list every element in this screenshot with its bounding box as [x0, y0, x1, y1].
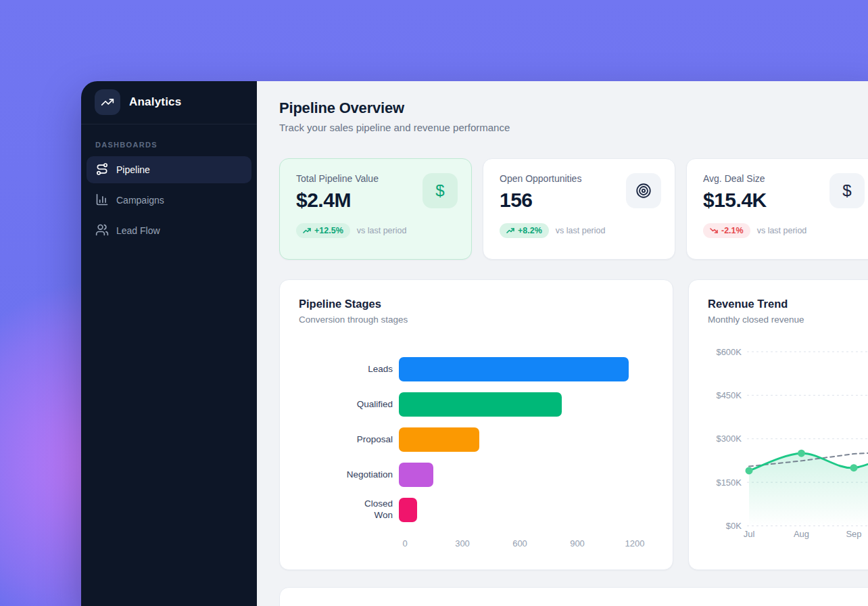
x-axis-tick: 0 [402, 538, 407, 549]
dollar-icon: $ [829, 173, 865, 208]
sidebar-item-label: Campaigns [116, 195, 164, 206]
target-icon [626, 173, 661, 208]
bar-category-label: Closed Won [299, 498, 399, 521]
line-chart: $600K$450K$300K$150K$0KJulAugSep [689, 280, 868, 570]
trending-down-icon [710, 227, 718, 235]
stat-card-open-opportunities: Open Opportunities 156 +8.2% vs last per… [483, 158, 675, 260]
bar-category-label: Qualified [299, 399, 399, 411]
y-axis-tick: $450K [716, 390, 742, 400]
y-axis-tick: $300K [716, 434, 742, 444]
stats-row: Total Pipeline Value $2.4M +12.5% vs las… [279, 158, 868, 260]
data-point-aug[interactable] [798, 450, 805, 457]
bar-row: Leads [299, 352, 654, 387]
chart-subtitle: Conversion through stages [299, 314, 654, 325]
sidebar-item-label: Lead Flow [116, 225, 160, 236]
page-subtitle: Track your sales pipeline and revenue pe… [279, 122, 868, 133]
sidebar-item-campaigns[interactable]: Campaigns [87, 187, 251, 214]
users-icon [95, 223, 109, 239]
pipeline-stages-card: Pipeline Stages Conversion through stage… [279, 279, 673, 570]
bar-negotiation[interactable] [399, 463, 433, 487]
app-title: Analytics [129, 95, 181, 109]
compare-label: vs last period [556, 226, 606, 235]
y-axis-tick: $600K [716, 347, 742, 357]
bar-row: Closed Won [299, 492, 654, 528]
stat-card-total-pipeline-value: Total Pipeline Value $2.4M +12.5% vs las… [279, 158, 472, 260]
bar-proposal[interactable] [399, 427, 479, 452]
chart-title: Pipeline Stages [299, 298, 654, 310]
x-axis-tick: Jul [744, 529, 755, 539]
x-axis-tick: 600 [512, 538, 527, 549]
page-title: Pipeline Overview [279, 99, 868, 117]
bar-category-label: Proposal [299, 434, 399, 446]
bar-row: Qualified [299, 387, 654, 422]
main-content: Pipeline Overview Track your sales pipel… [257, 81, 868, 606]
compare-label: vs last period [757, 226, 807, 235]
x-axis-tick: Aug [794, 529, 809, 539]
bar-category-label: Leads [299, 364, 399, 375]
charts-row: Pipeline Stages Conversion through stage… [279, 279, 868, 570]
change-badge: -2.1% [703, 223, 750, 238]
app-window: Analytics DASHBOARDS Pipeline [81, 81, 868, 606]
route-icon [95, 162, 109, 178]
data-point-jul[interactable] [746, 467, 753, 474]
bar-leads[interactable] [399, 357, 629, 381]
bar-row: Proposal [299, 422, 654, 457]
sidebar-item-label: Pipeline [116, 164, 150, 175]
bar-chart-x-axis: 03006009001200 [299, 538, 654, 552]
desktop-background: Analytics DASHBOARDS Pipeline [0, 0, 868, 606]
sidebar-header: Analytics [81, 81, 257, 124]
stat-card-avg-deal-size: Avg. Deal Size $15.4K -2.1% vs last peri… [686, 158, 868, 260]
x-axis-tick: 1200 [625, 538, 645, 549]
dollar-icon: $ [423, 173, 458, 208]
x-axis-tick: Sep [846, 529, 861, 539]
bar-row: Negotiation [299, 457, 654, 492]
revenue-trend-card: Revenue Trend Monthly closed revenue $60… [688, 279, 868, 570]
y-axis-tick: $150K [716, 477, 742, 488]
y-axis-tick: $0K [726, 521, 742, 531]
bar-closed-won[interactable] [399, 498, 417, 522]
revenue-area-fill [749, 444, 868, 526]
sidebar-item-lead-flow[interactable]: Lead Flow [87, 217, 251, 244]
bar-category-label: Negotiation [299, 469, 399, 481]
x-axis-tick: 300 [455, 538, 470, 549]
change-badge: +8.2% [500, 223, 549, 238]
bar-chart-icon [95, 193, 109, 208]
bar-qualified[interactable] [399, 392, 562, 417]
trending-up-logo-icon [95, 89, 120, 115]
bottom-card-partially-visible [279, 587, 868, 606]
sidebar: Analytics DASHBOARDS Pipeline [81, 81, 257, 606]
nav-section-label: DASHBOARDS [95, 141, 257, 149]
change-badge: +12.5% [296, 223, 350, 238]
trending-up-icon [303, 227, 311, 235]
bar-chart: LeadsQualifiedProposalNegotiationClosed … [299, 352, 654, 528]
compare-label: vs last period [357, 226, 407, 235]
trending-up-icon [506, 227, 514, 235]
x-axis-tick: 900 [570, 538, 585, 549]
data-point-sep[interactable] [850, 464, 858, 471]
sidebar-nav: Pipeline Campaigns [81, 156, 257, 244]
sidebar-item-pipeline[interactable]: Pipeline [87, 156, 251, 183]
